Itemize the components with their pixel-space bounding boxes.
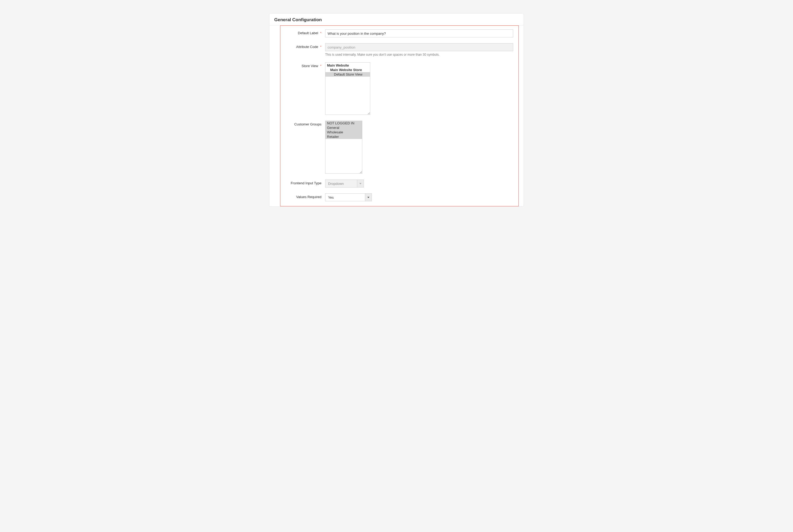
customer-groups-select[interactable]: NOT LOGGED INGeneralWholesaleRetailer	[325, 121, 362, 174]
store-view-select[interactable]: Main WebsiteMain Website StoreDefault St…	[325, 62, 370, 115]
chevron-down-icon	[357, 179, 364, 188]
label-values-required: Values Required	[284, 193, 325, 199]
required-star-icon: *	[320, 45, 321, 49]
chevron-down-icon[interactable]	[365, 193, 372, 201]
select-value: Yes	[325, 193, 365, 201]
row-frontend-input-type: Frontend Input Type Dropdown	[284, 179, 513, 188]
label-frontend-input-type: Frontend Input Type	[284, 179, 325, 185]
default-label-input[interactable]	[325, 30, 513, 37]
panel-title: General Configuration	[274, 17, 519, 22]
store-view-option[interactable]: Default Store View	[325, 72, 370, 77]
general-config-panel: General Configuration Default Label * At…	[269, 13, 524, 207]
form-highlight-area: Default Label * Attribute Code * This is…	[280, 25, 519, 206]
label-store-view: Store View *	[284, 62, 325, 68]
control-attribute-code: This is used internally. Make sure you d…	[325, 43, 513, 56]
row-default-label: Default Label *	[284, 30, 513, 37]
customer-group-option[interactable]: Retailer	[325, 134, 362, 139]
customer-group-option[interactable]: NOT LOGGED IN	[325, 121, 362, 126]
attribute-code-help-text: This is used internally. Make sure you d…	[325, 53, 513, 56]
control-default-label	[325, 30, 513, 37]
attribute-code-input	[325, 43, 513, 51]
required-star-icon: *	[320, 64, 321, 68]
row-store-view: Store View * Main WebsiteMain Website St…	[284, 62, 513, 115]
row-customer-groups: Customer Groups NOT LOGGED INGeneralWhol…	[284, 121, 513, 174]
label-text: Customer Groups	[294, 122, 321, 126]
control-customer-groups: NOT LOGGED INGeneralWholesaleRetailer	[325, 121, 513, 174]
customer-group-option[interactable]: General	[325, 126, 362, 130]
control-frontend-input-type: Dropdown	[325, 179, 513, 188]
select-value: Dropdown	[325, 179, 357, 188]
label-text: Default Label	[298, 31, 318, 35]
label-text: Store View	[302, 64, 318, 68]
required-star-icon: *	[320, 31, 321, 35]
control-store-view: Main WebsiteMain Website StoreDefault St…	[325, 62, 513, 115]
label-text: Values Required	[296, 195, 321, 199]
row-values-required: Values Required Yes	[284, 193, 513, 201]
store-view-option[interactable]: Main Website	[325, 63, 370, 68]
row-attribute-code: Attribute Code * This is used internally…	[284, 43, 513, 56]
label-default-label: Default Label *	[284, 30, 325, 35]
label-text: Attribute Code	[296, 45, 318, 49]
control-values-required: Yes	[325, 193, 513, 201]
frontend-input-type-select: Dropdown	[325, 179, 364, 188]
values-required-select[interactable]: Yes	[325, 193, 372, 201]
customer-group-option[interactable]: Wholesale	[325, 130, 362, 134]
label-attribute-code: Attribute Code *	[284, 43, 325, 49]
label-customer-groups: Customer Groups	[284, 121, 325, 126]
label-text: Frontend Input Type	[291, 181, 321, 185]
panel-header: General Configuration	[269, 14, 524, 25]
store-view-option[interactable]: Main Website Store	[325, 68, 370, 72]
